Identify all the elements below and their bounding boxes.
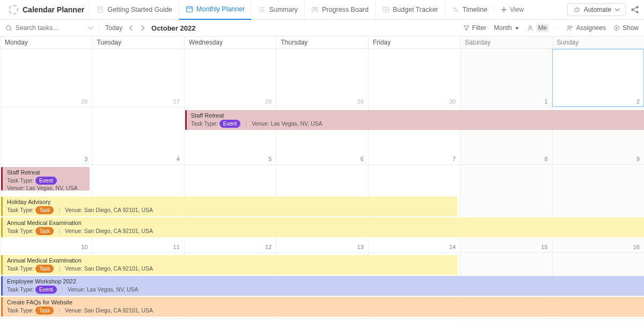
share-icon[interactable] [630,5,640,14]
day-header: Tuesday [92,37,184,48]
day-cell[interactable]: 30 [368,49,460,107]
date-number: 13 [357,244,363,250]
show-button[interactable]: Show [613,24,639,32]
day-cell[interactable]: 1 [460,49,552,107]
event-meta: Task Type: Task | Venue: San Diego, CA 9… [7,228,153,234]
event-title: Staff Retreat [191,112,641,119]
people-icon [566,25,574,31]
badge-task: Task [35,206,54,214]
tab-monthly-planner[interactable]: Monthly Planner [179,0,251,20]
venue-label: Venue: [68,286,85,293]
prev-month-button[interactable] [128,25,134,31]
add-view-label: View [510,6,524,13]
day-cell[interactable]: 15 [460,165,552,252]
day-header: Wednesday [184,37,276,48]
svg-line-25 [633,8,636,9]
tab-label: Monthly Planner [196,5,245,13]
task-type-label: Task Type: [7,286,34,293]
tab-timeline[interactable]: Timeline [445,0,494,20]
event-meta: Task Type: Task | Venue: San Diego, CA 9… [7,207,153,213]
venue-value: San Diego, CA 92101, USA [84,307,153,314]
date-number: 16 [633,244,640,250]
svg-rect-8 [312,8,314,12]
calendar: Monday Tuesday Wednesday Thursday Friday… [0,37,644,319]
date-number: 5 [268,156,272,162]
venue-value: San Diego, CA 92101, USA [84,207,153,213]
event-staff-retreat[interactable]: Staff Retreat Task Type: Event | Venue: … [185,110,644,130]
dot-sep: · [557,24,558,32]
event-meta: Task Type: Event | Venue: Las Vegas, NV,… [191,120,323,127]
venue-label: Venue: [7,185,25,191]
task-type-label: Task Type: [7,228,34,234]
day-cell-today[interactable]: 2 [552,49,644,107]
automate-button[interactable]: Automate [567,3,626,16]
day-cell[interactable]: 3 [0,107,92,164]
svg-point-31 [529,26,531,28]
event-meta: Task Type: Event | Venue: Las Vegas, NV,… [7,286,138,293]
tab-progress-board[interactable]: Progress Board [304,0,375,20]
day-cell[interactable]: 29 [276,49,368,107]
add-view-button[interactable]: View [494,6,530,13]
automate-label: Automate [584,6,611,13]
date-number: 10 [81,244,87,250]
table-icon [382,6,390,13]
week-row: 26 27 28 29 30 1 2 [0,49,644,107]
person-icon [527,25,533,31]
list-icon [258,6,266,13]
day-cell[interactable]: 16 [552,165,644,252]
date-number: 15 [541,244,547,250]
assignees-label: Assignees [576,24,606,32]
next-month-button[interactable] [140,25,146,31]
event-title: Annual Medical Examination [7,219,641,227]
day-cell[interactable]: 4 [92,107,184,164]
event-title: Create FAQs for Website [7,298,641,306]
event-holiday-advisory[interactable]: Holiday Advisory Task Type: Task | Venue… [1,196,458,216]
venue-value: San Diego, CA 92101, USA [84,265,153,272]
assignees-button[interactable]: Assignees [566,24,606,32]
event-title: Annual Medical Examination [7,257,455,264]
tab-getting-started[interactable]: Getting Started Guide [90,0,179,20]
filter-button[interactable]: Filter [463,24,487,32]
chevron-down-icon[interactable] [87,25,94,31]
svg-rect-3 [187,7,193,12]
badge-task: Task [35,265,54,273]
search-input[interactable] [16,24,75,32]
me-label: Me [536,24,550,32]
page-title: Calendar Planner [23,5,84,14]
date-number: 30 [449,98,456,105]
event-meta: Task Type: Task | Venue: San Diego, CA 9… [7,307,153,314]
day-cell[interactable]: 27 [92,49,184,107]
today-button[interactable]: Today [105,24,122,32]
svg-point-33 [570,26,572,27]
tab-summary[interactable]: Summary [251,0,304,20]
event-annual-medical[interactable]: Annual Medical Examination Task Type: Ta… [1,217,644,237]
event-title: Holiday Advisory [7,198,455,206]
timeline-icon [452,6,459,13]
svg-point-23 [636,6,639,9]
badge-task: Task [35,307,54,315]
date-number: 26 [81,98,87,105]
date-number: 6 [361,156,364,162]
day-cell[interactable]: 28 [184,49,276,107]
calendar-icon [186,5,193,13]
robot-icon [573,6,581,13]
date-number: 11 [173,244,180,250]
app-logo [9,5,18,14]
task-type-label: Task Type: [7,307,34,314]
day-cell[interactable]: 26 [0,49,92,107]
event-annual-medical-cont[interactable]: Annual Medical Examination Task Type: Ta… [1,255,458,275]
event-staff-retreat-cont[interactable]: Staff Retreat Task Type: Event | Venue: … [1,167,90,191]
separator [99,23,100,33]
date-number: 4 [177,156,180,162]
me-filter[interactable]: Me [527,24,550,32]
period-select[interactable]: Month [494,24,519,32]
tab-label: Progress Board [322,6,369,13]
settings-icon [613,25,620,31]
event-create-faqs[interactable]: Create FAQs for Website Task Type: Task … [1,297,644,317]
task-type-label: Task Type: [191,120,218,127]
tab-budget-tracker[interactable]: Budget Tracker [375,0,445,20]
date-number: 3 [84,156,87,162]
venue-label: Venue: [65,228,83,234]
venue-value: Las Vegas, NV, USA [26,185,78,191]
event-employee-workshop[interactable]: Employee Workshop 2022 Task Type: Event … [1,276,644,296]
